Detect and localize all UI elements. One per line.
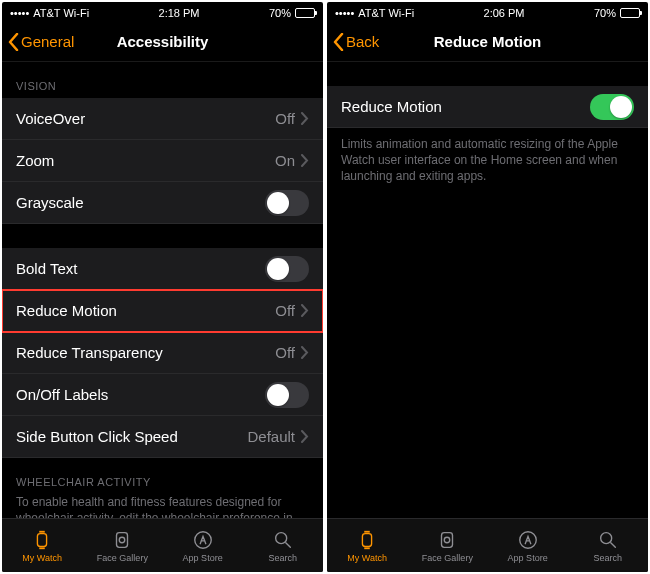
tab-label: Face Gallery: [422, 553, 473, 563]
reduce-motion-toggle[interactable]: [590, 94, 634, 120]
row-value: On: [275, 152, 295, 169]
signal-icon: •••••: [10, 7, 29, 19]
svg-rect-9: [364, 530, 370, 532]
battery-icon: [620, 8, 640, 18]
chevron-right-icon: [301, 154, 309, 167]
tab-label: App Store: [508, 553, 548, 563]
chevron-right-icon: [301, 430, 309, 443]
row-zoom[interactable]: Zoom On: [2, 140, 323, 182]
page-title: Accessibility: [117, 33, 209, 50]
content-scroll[interactable]: VISION VoiceOver Off Zoom On Grayscale B…: [2, 62, 323, 518]
svg-rect-1: [39, 530, 45, 532]
row-label: Side Button Click Speed: [16, 428, 178, 445]
svg-point-14: [601, 532, 612, 543]
status-bar: ••••• AT&T Wi-Fi 2:18 PM 70%: [2, 2, 323, 22]
back-label: General: [21, 33, 74, 50]
row-label: Grayscale: [16, 194, 84, 211]
phone-accessibility: ••••• AT&T Wi-Fi 2:18 PM 70% General Acc…: [2, 2, 323, 572]
face-gallery-icon: [436, 529, 458, 551]
tab-label: App Store: [183, 553, 223, 563]
tab-label: My Watch: [347, 553, 387, 563]
row-grayscale[interactable]: Grayscale: [2, 182, 323, 224]
svg-rect-10: [364, 547, 370, 549]
app-store-icon: [517, 529, 539, 551]
svg-point-4: [120, 537, 126, 543]
row-onoff-labels[interactable]: On/Off Labels: [2, 374, 323, 416]
row-value: Off: [275, 302, 295, 319]
row-reduce-transparency[interactable]: Reduce Transparency Off: [2, 332, 323, 374]
row-reduce-motion[interactable]: Reduce Motion: [327, 86, 648, 128]
svg-rect-8: [363, 533, 372, 546]
tab-face-gallery[interactable]: Face Gallery: [407, 519, 487, 572]
svg-point-5: [194, 531, 211, 548]
svg-rect-0: [38, 533, 47, 546]
onoff-labels-toggle[interactable]: [265, 382, 309, 408]
carrier-label: AT&T Wi-Fi: [358, 7, 414, 19]
svg-point-12: [445, 537, 451, 543]
tab-label: Search: [594, 553, 623, 563]
face-gallery-icon: [111, 529, 133, 551]
content-scroll[interactable]: Reduce Motion Limits animation and autom…: [327, 62, 648, 518]
tab-bar: My Watch Face Gallery App Store Search: [327, 518, 648, 572]
row-value: Off: [275, 344, 295, 361]
row-label: Reduce Motion: [16, 302, 117, 319]
nav-bar: Back Reduce Motion: [327, 22, 648, 62]
section-footer-wheelchair: To enable health and fitness features de…: [2, 494, 323, 518]
tab-search[interactable]: Search: [243, 519, 323, 572]
section-header-wheelchair: WHEELCHAIR ACTIVITY: [2, 458, 323, 494]
chevron-right-icon: [301, 304, 309, 317]
group-gap: [2, 224, 323, 248]
svg-rect-3: [117, 532, 128, 547]
row-bold-text[interactable]: Bold Text: [2, 248, 323, 290]
search-icon: [272, 529, 294, 551]
tab-bar: My Watch Face Gallery App Store Search: [2, 518, 323, 572]
svg-rect-11: [442, 532, 453, 547]
group-gap: [327, 62, 648, 86]
row-label: Reduce Transparency: [16, 344, 163, 361]
tab-label: Face Gallery: [97, 553, 148, 563]
search-icon: [597, 529, 619, 551]
back-button[interactable]: General: [8, 33, 74, 51]
clock-label: 2:18 PM: [159, 7, 200, 19]
tab-face-gallery[interactable]: Face Gallery: [82, 519, 162, 572]
bold-text-toggle[interactable]: [265, 256, 309, 282]
battery-percent: 70%: [594, 7, 616, 19]
carrier-label: AT&T Wi-Fi: [33, 7, 89, 19]
row-label: On/Off Labels: [16, 386, 108, 403]
phone-reduce-motion: ••••• AT&T Wi-Fi 2:06 PM 70% Back Reduce…: [327, 2, 648, 572]
watch-icon: [31, 529, 53, 551]
battery-percent: 70%: [269, 7, 291, 19]
row-side-button[interactable]: Side Button Click Speed Default: [2, 416, 323, 458]
back-label: Back: [346, 33, 379, 50]
clock-label: 2:06 PM: [484, 7, 525, 19]
svg-line-15: [611, 542, 616, 547]
tab-app-store[interactable]: App Store: [163, 519, 243, 572]
tab-my-watch[interactable]: My Watch: [327, 519, 407, 572]
chevron-left-icon: [8, 33, 19, 51]
row-voiceover[interactable]: VoiceOver Off: [2, 98, 323, 140]
chevron-right-icon: [301, 112, 309, 125]
status-bar: ••••• AT&T Wi-Fi 2:06 PM 70%: [327, 2, 648, 22]
chevron-left-icon: [333, 33, 344, 51]
svg-rect-2: [39, 547, 45, 549]
svg-line-7: [286, 542, 291, 547]
svg-point-6: [276, 532, 287, 543]
battery-icon: [295, 8, 315, 18]
row-value: Default: [247, 428, 295, 445]
section-footer: Limits animation and automatic resizing …: [327, 128, 648, 191]
row-label: VoiceOver: [16, 110, 85, 127]
nav-bar: General Accessibility: [2, 22, 323, 62]
tab-search[interactable]: Search: [568, 519, 648, 572]
tab-label: Search: [269, 553, 298, 563]
row-reduce-motion[interactable]: Reduce Motion Off: [2, 290, 323, 332]
tab-app-store[interactable]: App Store: [488, 519, 568, 572]
grayscale-toggle[interactable]: [265, 190, 309, 216]
watch-icon: [356, 529, 378, 551]
tab-label: My Watch: [22, 553, 62, 563]
chevron-right-icon: [301, 346, 309, 359]
row-value: Off: [275, 110, 295, 127]
row-label: Reduce Motion: [341, 98, 442, 115]
tab-my-watch[interactable]: My Watch: [2, 519, 82, 572]
row-label: Zoom: [16, 152, 54, 169]
back-button[interactable]: Back: [333, 33, 379, 51]
